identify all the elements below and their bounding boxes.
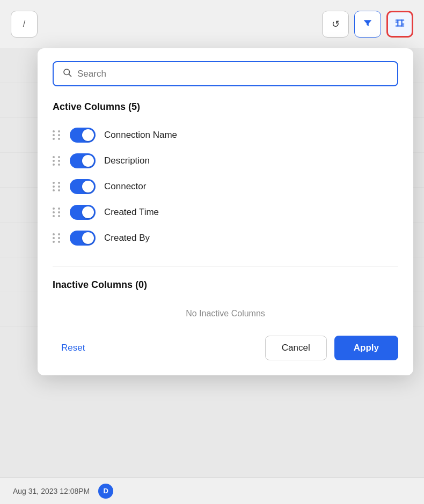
svg-line-7	[69, 74, 71, 76]
drag-handle-created-time[interactable]	[53, 207, 61, 217]
drag-handle-connector[interactable]	[53, 182, 61, 191]
popup-footer: Reset Cancel Apply	[53, 336, 398, 360]
apply-button[interactable]: Apply	[334, 336, 398, 360]
footer-action-buttons: Cancel Apply	[265, 336, 398, 360]
active-columns-list: Connection Name Description Connector Cr…	[53, 122, 398, 251]
search-bar[interactable]	[53, 61, 398, 86]
column-item-connector: Connector	[53, 174, 398, 199]
columns-icon	[394, 17, 406, 32]
bottom-bar: Aug 31, 2023 12:08PM D	[0, 477, 424, 504]
slash-icon: /	[23, 19, 25, 29]
no-inactive-message: No Inactive Columns	[53, 300, 398, 323]
inactive-columns-heading: Inactive Columns (0)	[53, 279, 398, 291]
active-columns-heading: Active Columns (5)	[53, 101, 398, 113]
column-item-description: Description	[53, 148, 398, 174]
toggle-connection-name[interactable]	[70, 128, 96, 143]
toggle-created-by[interactable]	[70, 231, 96, 246]
filter-button[interactable]	[354, 11, 381, 38]
refresh-icon: ↺	[332, 18, 340, 30]
column-label-connector: Connector	[104, 181, 146, 192]
slash-button[interactable]: /	[11, 11, 38, 38]
column-label-description: Description	[104, 155, 150, 166]
column-label-created-by: Created By	[104, 233, 150, 243]
drag-handle-description[interactable]	[53, 156, 61, 166]
columns-popup: Active Columns (5) Connection Name Descr…	[38, 48, 413, 375]
drag-handle-created-by[interactable]	[53, 233, 61, 243]
columns-button[interactable]	[386, 11, 413, 38]
cancel-button[interactable]: Cancel	[265, 336, 327, 360]
toggle-description[interactable]	[70, 153, 96, 168]
column-label-created-time: Created Time	[104, 207, 159, 218]
search-input[interactable]	[77, 69, 389, 79]
bottom-date-text: Aug 31, 2023 12:08PM	[13, 487, 90, 495]
toggle-connector[interactable]	[70, 179, 96, 194]
reset-button[interactable]: Reset	[53, 337, 93, 359]
filter-icon	[362, 17, 374, 32]
refresh-button[interactable]: ↺	[322, 11, 349, 38]
column-item-created-time: Created Time	[53, 199, 398, 225]
search-icon	[62, 68, 72, 80]
column-label-connection-name: Connection Name	[104, 130, 177, 140]
avatar: D	[98, 484, 113, 499]
drag-handle-connection-name[interactable]	[53, 130, 61, 140]
toggle-created-time[interactable]	[70, 205, 96, 220]
column-item-connection-name: Connection Name	[53, 122, 398, 148]
column-item-created-by: Created By	[53, 225, 398, 251]
toolbar: / ↺	[0, 0, 424, 48]
section-divider	[53, 266, 398, 266]
